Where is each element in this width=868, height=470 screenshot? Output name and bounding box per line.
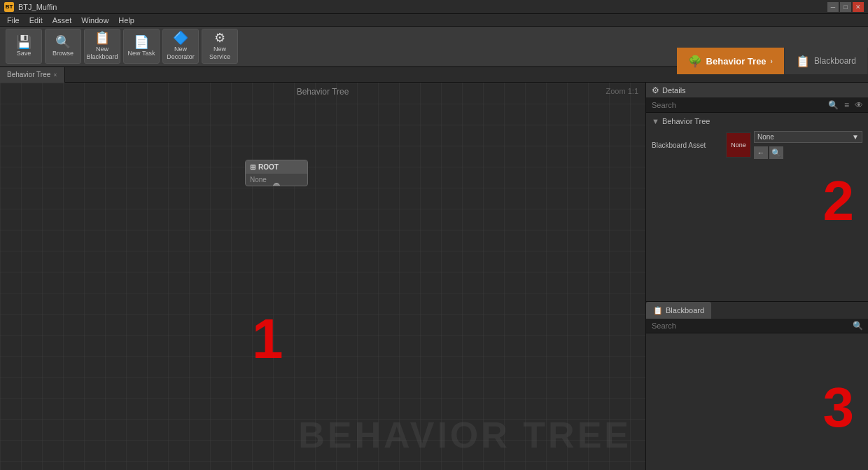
close-button[interactable]: ✕: [853, 2, 864, 12]
right-panel: ⚙ Details 🔍 ≡ 👁 ▼ Behavior Tree Blackboa…: [645, 83, 868, 470]
menu-file[interactable]: File: [3, 15, 24, 25]
blackboard-section: 📋 Blackboard 🔍 3: [646, 302, 868, 470]
behavior-tree-tab-icon: 🌳: [688, 55, 702, 68]
menu-asset[interactable]: Asset: [48, 15, 76, 25]
root-node-subtitle: None: [250, 176, 267, 184]
zoom-label: Zoom 1:1: [606, 87, 638, 95]
details-search-bar: 🔍 ≡ 👁: [646, 98, 868, 113]
browse-label: Browse: [52, 50, 74, 57]
titlebar: BT BTJ_Muffin ─ □ ✕: [0, 0, 868, 14]
browse-icon: 🔍: [55, 36, 71, 48]
new-blackboard-button[interactable]: 📋 New Blackboard: [84, 29, 120, 64]
app-icon: BT: [4, 2, 14, 12]
node-connector: [273, 183, 280, 186]
blackboard-asset-label: Blackboard Asset: [652, 141, 722, 149]
root-node[interactable]: ⊞ ROOT None: [245, 160, 308, 186]
details-header-icon: ⚙: [652, 85, 659, 95]
blackboard-search-input[interactable]: [649, 320, 849, 331]
details-view-eye-button[interactable]: 👁: [853, 99, 865, 111]
behavior-tree-tab[interactable]: 🌳 Behavior Tree ›: [677, 48, 785, 74]
minimize-button[interactable]: ─: [827, 2, 839, 12]
menu-window[interactable]: Window: [77, 15, 113, 25]
behavior-tree-tab-arrow: ›: [771, 57, 773, 65]
bt-section-label: Behavior Tree: [662, 117, 710, 125]
new-decorator-button[interactable]: 🔷 New Decorator: [162, 29, 199, 64]
section-num-2: 2: [823, 169, 855, 233]
root-node-title: ROOT: [258, 163, 279, 171]
new-service-icon: ⚙: [214, 32, 225, 44]
blackboard-search-bar: 🔍: [646, 319, 868, 333]
toolbar: 💾 Save 🔍 Browse 📋 New Blackboard 📄 New T…: [0, 27, 868, 67]
behavior-tree-tab-label: Behavior Tree: [706, 56, 766, 67]
prop-search-button[interactable]: 🔍: [769, 146, 783, 159]
save-label: Save: [17, 50, 31, 57]
dropdown-arrow-icon: ▼: [852, 133, 859, 141]
window-controls: ─ □ ✕: [827, 2, 864, 12]
blackboard-panel-tab[interactable]: 📋 Blackboard: [646, 302, 711, 319]
root-node-header: ⊞ ROOT: [246, 160, 307, 174]
details-header-label: Details: [662, 86, 686, 95]
new-task-label: New Task: [128, 50, 155, 57]
blackboard-tab-label: Blackboard: [814, 56, 856, 66]
blackboard-asset-value: None None ▼ ← 🔍: [726, 131, 862, 159]
restore-button[interactable]: □: [840, 2, 851, 12]
prop-arrow-button[interactable]: ←: [754, 146, 768, 159]
new-blackboard-label: New Blackboard: [85, 46, 120, 61]
section-num-1: 1: [252, 307, 284, 371]
blackboard-tab[interactable]: 📋 Blackboard: [785, 48, 868, 74]
details-section: ⚙ Details 🔍 ≡ 👁 ▼ Behavior Tree Blackboa…: [646, 83, 868, 302]
blackboard-panel-label: Blackboard: [666, 306, 704, 315]
blackboard-panel-icon: 📋: [653, 306, 663, 315]
new-task-icon: 📄: [134, 36, 149, 48]
canvas-watermark: BEHAVIOR TREE: [298, 414, 631, 456]
bt-section-arrow: ▼: [652, 117, 659, 125]
new-service-label: New Service: [202, 46, 237, 61]
details-header: ⚙ Details: [646, 83, 868, 98]
new-service-button[interactable]: ⚙ New Service: [202, 29, 238, 64]
save-icon: 💾: [16, 36, 31, 48]
bt-subsection-title: ▼ Behavior Tree: [652, 117, 862, 125]
canvas-area[interactable]: Behavior Tree Zoom 1:1 ⊞ ROOT None 1 BEH…: [0, 83, 645, 470]
main-layout: Behavior Tree Zoom 1:1 ⊞ ROOT None 1 BEH…: [0, 83, 868, 470]
canvas-title: Behavior Tree: [297, 87, 349, 97]
new-decorator-icon: 🔷: [173, 32, 188, 44]
top-tabs: 🌳 Behavior Tree › 📋 Blackboard: [677, 48, 868, 74]
blackboard-tab-header: 📋 Blackboard: [646, 302, 868, 319]
new-task-button[interactable]: 📄 New Task: [123, 29, 160, 64]
menubar: File Edit Asset Window Help: [0, 14, 868, 27]
blackboard-asset-row: Blackboard Asset None None ▼ ←: [652, 131, 862, 159]
section-num-3: 3: [823, 375, 855, 440]
root-node-icon: ⊞: [250, 163, 255, 171]
editor-tab-label: Behavior Tree: [7, 71, 50, 78]
menu-help[interactable]: Help: [114, 15, 139, 25]
details-view-list-button[interactable]: ≡: [842, 99, 851, 111]
menu-edit[interactable]: Edit: [25, 15, 47, 25]
details-search-button[interactable]: 🔍: [826, 99, 841, 111]
editor-tab[interactable]: Behavior Tree ×: [0, 67, 65, 83]
details-bt-subsection: ▼ Behavior Tree Blackboard Asset None No…: [646, 113, 868, 301]
blackboard-tab-icon: 📋: [796, 55, 810, 68]
none-thumbnail: None: [726, 132, 751, 158]
new-decorator-label: New Decorator: [163, 46, 198, 61]
browse-button[interactable]: 🔍 Browse: [45, 29, 81, 64]
new-blackboard-icon: 📋: [94, 32, 110, 44]
none-dropdown[interactable]: None ▼: [754, 131, 862, 143]
save-button[interactable]: 💾 Save: [6, 29, 42, 64]
editor-tab-close[interactable]: ×: [53, 71, 57, 78]
details-search-input[interactable]: [649, 99, 825, 111]
blackboard-search-button[interactable]: 🔍: [850, 320, 865, 331]
app-title: BTJ_Muffin: [18, 3, 57, 11]
prop-action-btns: ← 🔍: [754, 146, 862, 159]
